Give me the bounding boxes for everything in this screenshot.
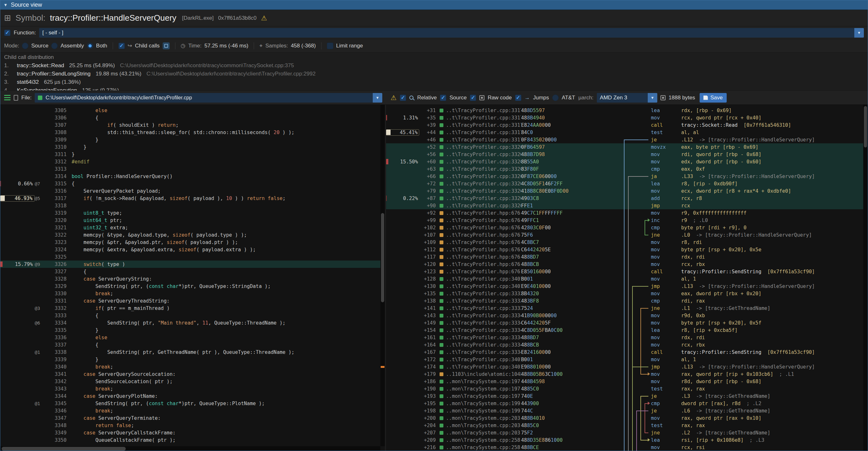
function-dropdown[interactable]: [ - self - ] ▼ xyxy=(39,28,864,38)
titlebar[interactable]: ▼ Source view xyxy=(0,0,868,10)
asm-row[interactable]: +149..t\TracyProfiler.cpp:3334C64424205F… xyxy=(386,319,863,327)
source-line[interactable]: 3321 uint32_t extra; xyxy=(0,224,380,231)
asm-row[interactable]: 0.22%+87..t\TracyProfiler.cpp:33264903C8… xyxy=(386,194,863,202)
asm-row[interactable]: +172..t\TracyProfiler.cpp:3401B001moval,… xyxy=(386,356,863,363)
child-call-entry[interactable]: 1. tracy::Socket::Read 25.25 ms (54.89%)… xyxy=(4,61,864,70)
source-line[interactable]: 3305 else xyxy=(0,107,380,114)
asm-row[interactable]: +164..t\TracyProfiler.cpp:3334488BCBmovr… xyxy=(386,341,863,349)
save-button[interactable]: Save xyxy=(700,93,727,102)
child-call-entry[interactable]: 4. KeSynchronizeExecution 125 µs (0.27%) xyxy=(4,86,864,91)
asm-source-location[interactable]: ..t\TracyProfiler.cpp:3401 xyxy=(440,357,521,362)
asm-source-location[interactable]: ..t\TracyProfiler.cpp:3334 xyxy=(440,313,521,319)
asm-row[interactable]: +193..mon\TracySystem.cpp:197740Eje.L3 -… xyxy=(386,392,863,400)
asm-source-location[interactable]: ..t\TracyProfiler.cpp:3332 xyxy=(440,305,521,311)
asm-source-location[interactable]: ..t\TracyProfiler.cpp:3332 xyxy=(440,298,521,304)
asm-row[interactable]: +186..mon\TracySystem.cpp:197448B4598mov… xyxy=(386,378,863,385)
source-line[interactable]: 3333 { xyxy=(0,312,380,319)
asm-row[interactable]: +143..t\TracyProfiler.cpp:333441B90B0000… xyxy=(386,312,863,319)
source-line[interactable]: 3348 return false; xyxy=(0,422,380,429)
asm-row[interactable]: +112..t\TracyProfiler.hpp:676C64424205Em… xyxy=(386,246,863,253)
asm-vscrollbar[interactable] xyxy=(863,105,868,451)
asm-source-location[interactable]: ..t\TracyProfiler.cpp:3317 xyxy=(440,122,521,128)
asm-source-location[interactable]: ..t\TracyProfiler.hpp:676 xyxy=(440,225,521,231)
asm-row[interactable]: +72..t\TracyProfiler.cpp:33264C8D05F146F… xyxy=(386,180,863,187)
chevron-down-icon[interactable]: ▼ xyxy=(373,93,382,102)
source-line[interactable]: 46.93%@53317 if( !m_sock->Read( &payload… xyxy=(0,194,380,202)
asm-source-location[interactable]: ..t\TracyProfiler.hpp:676 xyxy=(440,210,521,216)
source-line[interactable]: 3340 break; xyxy=(0,363,380,370)
file-dropdown[interactable]: C:\Users\wolf\Desktop\darkrl\contrib\tra… xyxy=(35,93,382,102)
source-line[interactable]: 15.79%@93326 switch( type ) xyxy=(0,261,380,268)
asm-source-location[interactable]: ..t\TracyProfiler.cpp:3326 xyxy=(440,159,521,165)
asm-row[interactable]: 1.31%+35..t\TracyProfiler.cpp:3317488B49… xyxy=(386,114,863,121)
chevron-down-icon[interactable]: ▼ xyxy=(648,93,657,102)
source-line[interactable]: 3329 SendString( ptr, (const char*)ptr, … xyxy=(0,282,380,290)
asm-row[interactable]: +52..t\TracyProfiler.cpp:33260FB64597mov… xyxy=(386,143,863,151)
asm-row[interactable]: +128..t\TracyProfiler.cpp:3401B001moval,… xyxy=(386,275,863,282)
source-line[interactable]: 3341 case ServerQuerySourceLocation: xyxy=(0,370,380,378)
asm-source-location[interactable]: ..t\TracyProfiler.hpp:676 xyxy=(440,232,521,238)
source-line[interactable]: 3323 memcpy( &ptr, &payload.ptr, sizeof(… xyxy=(0,239,380,246)
asm-source-location[interactable]: ..mon\TracySystem.cpp:258 xyxy=(440,445,521,450)
asm-row[interactable]: +179..1103\include\atomic:1048488B05B63C… xyxy=(386,370,863,378)
scrollbar-thumb[interactable] xyxy=(2,447,126,451)
asm-row[interactable]: +123..t\TracyProfiler.hpp:676E850160000c… xyxy=(386,268,863,275)
source-line[interactable]: 0.66%@73315{ xyxy=(0,180,380,187)
asm-row[interactable]: +161..t\TracyProfiler.cpp:3334488BD7movr… xyxy=(386,334,863,341)
source-line[interactable]: 3306 { xyxy=(0,114,380,121)
source-line[interactable]: 3313 xyxy=(0,165,380,173)
asm-row[interactable]: 45.41%+44..t\TracyProfiler.cpp:331784C0t… xyxy=(386,129,863,136)
source-line[interactable]: 3318 xyxy=(0,202,380,209)
asm-source-location[interactable]: ..t\TracyProfiler.cpp:3334 xyxy=(440,350,521,355)
asm-source-location[interactable]: ..mon\TracySystem.cpp:199 xyxy=(440,401,521,407)
asm-row[interactable]: +216..mon\TracySystem.cpp:258488BCEmovrc… xyxy=(386,444,863,451)
asm-source-location[interactable]: ..t\TracyProfiler.cpp:3401 xyxy=(440,364,521,370)
source-line[interactable]: 3312#endif xyxy=(0,158,380,165)
asm-row[interactable]: +102..t\TracyProfiler.hpp:67642803C0F00c… xyxy=(386,224,863,231)
asm-row[interactable]: +174..t\TracyProfiler.cpp:3401E9B8010000… xyxy=(386,363,863,370)
source-line[interactable]: 3324 memcpy( &extra, &payload.extra, siz… xyxy=(0,246,380,253)
asm-source-location[interactable]: ..t\TracyProfiler.hpp:676 xyxy=(440,217,521,223)
asm-source-location[interactable]: ..mon\TracySystem.cpp:203 xyxy=(440,415,521,421)
source-line[interactable]: 3308 std::this_thread::sleep_for( std::c… xyxy=(0,129,380,136)
asm-source-location[interactable]: ..mon\TracySystem.cpp:203 xyxy=(440,423,521,428)
source-line[interactable]: 3314bool Profiler::HandleServerQuery() xyxy=(0,173,380,180)
source-line[interactable]: 3310 } xyxy=(0,143,380,151)
asm-row[interactable]: +92..t\TracyProfiler.hpp:67649C7C1FFFFFF… xyxy=(386,209,863,217)
asm-row[interactable]: +117..t\TracyProfiler.hpp:676488BD7movrd… xyxy=(386,253,863,261)
source-line[interactable]: 3335 } xyxy=(0,327,380,334)
radio-source[interactable] xyxy=(22,43,28,49)
asm-source-location[interactable]: ..t\TracyProfiler.cpp:3317 xyxy=(440,130,521,136)
relative-checkbox[interactable] xyxy=(400,95,406,101)
asm-source-location[interactable]: ..t\TracyProfiler.cpp:3326 xyxy=(440,196,521,201)
asm-source-location[interactable]: ..t\TracyProfiler.cpp:3317 xyxy=(440,108,521,113)
source-line[interactable]: 3349 case ServerQueryCallstackFrame: xyxy=(0,429,380,437)
asm-row[interactable]: +138..t\TracyProfiler.cpp:3332483BF8cmpr… xyxy=(386,297,863,304)
child-calls-checkbox[interactable] xyxy=(118,43,125,49)
asm-source-location[interactable]: ..mon\TracySystem.cpp:197 xyxy=(440,379,521,385)
asm-source-location[interactable]: ..t\TracyProfiler.cpp:3334 xyxy=(440,320,521,326)
asm-row[interactable]: +90..t\TracyProfiler.cpp:3326FFE1jmprcx xyxy=(386,202,863,209)
source-line[interactable]: 3316 ServerQueryPacket payload; xyxy=(0,187,380,194)
asm-row[interactable]: +120..t\TracyProfiler.hpp:676488BCBmovrc… xyxy=(386,261,863,268)
asm-source-location[interactable]: ..mon\TracySystem.cpp:199 xyxy=(440,408,521,414)
asm-row[interactable]: +66..t\TracyProfiler.cpp:33260F87CE06000… xyxy=(386,173,863,180)
collapse-icon[interactable]: ▼ xyxy=(3,3,8,7)
asm-row[interactable]: +209..mon\TracySystem.cpp:258488D35E8861… xyxy=(386,437,863,444)
asm-source-location[interactable]: ..mon\TracySystem.cpp:203 xyxy=(440,430,521,436)
source-line[interactable]: @13338 SendString( ptr, GetThreadName( p… xyxy=(0,349,380,356)
asm-source-location[interactable]: ..t\TracyProfiler.hpp:676 xyxy=(440,269,521,275)
asm-source-location[interactable]: ..t\TracyProfiler.hpp:676 xyxy=(440,254,521,260)
asm-row[interactable]: +31..t\TracyProfiler.cpp:3317488D5597lea… xyxy=(386,107,863,114)
asm-source-location[interactable]: ..1103\include\atomic:1048 xyxy=(440,371,521,377)
source-line[interactable]: 3328 case ServerQueryString: xyxy=(0,275,380,282)
asm-row[interactable]: +107..t\TracyProfiler.hpp:67675F6jne.L0 … xyxy=(386,231,863,239)
asm-source-location[interactable]: ..mon\TracySystem.cpp:197 xyxy=(440,393,521,399)
scrollbar-thumb[interactable] xyxy=(864,106,867,147)
function-checkbox[interactable] xyxy=(4,30,10,36)
asm-row[interactable]: +46..t\TracyProfiler.cpp:33170F843502000… xyxy=(386,136,863,143)
asm-source-location[interactable]: ..t\TracyProfiler.cpp:3401 xyxy=(440,276,521,282)
asm-source-location[interactable]: ..t\TracyProfiler.cpp:3334 xyxy=(440,342,521,348)
source-line[interactable]: 3307 if( shouldExit ) return; xyxy=(0,121,380,129)
asm-row[interactable]: +195..mon\TracySystem.cpp:199443900cmpdw… xyxy=(386,400,863,407)
